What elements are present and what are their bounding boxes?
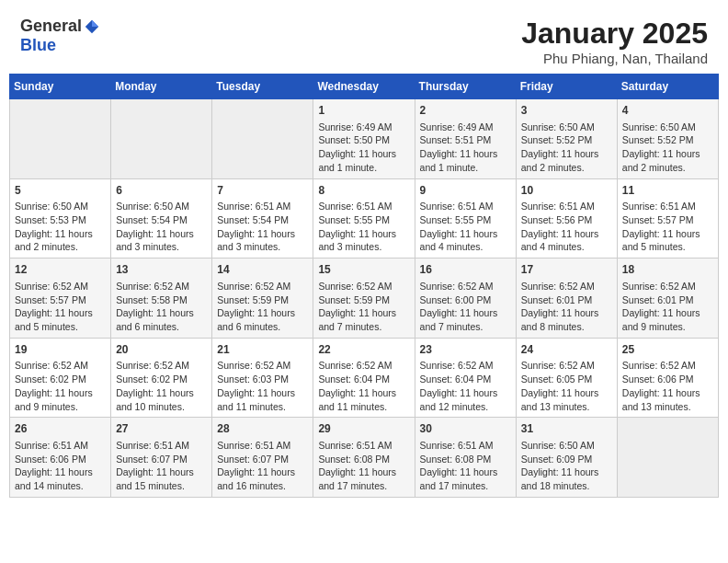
day-info: Sunrise: 6:50 AMSunset: 5:52 PMDaylight:… [521,121,612,175]
calendar-cell: 30Sunrise: 6:51 AMSunset: 6:08 PMDayligh… [415,418,516,498]
svg-marker-1 [92,19,98,26]
day-number: 5 [15,183,106,199]
calendar-cell [617,418,718,498]
logo-blue-text: Blue [20,36,56,55]
day-info: Sunrise: 6:50 AMSunset: 5:52 PMDaylight:… [622,121,713,175]
calendar-cell [111,99,212,179]
weekday-header-wednesday: Wednesday [313,75,415,99]
day-number: 27 [116,421,207,437]
weekday-header-tuesday: Tuesday [212,75,313,99]
weekday-header-saturday: Saturday [617,75,718,99]
calendar-cell: 19Sunrise: 6:52 AMSunset: 6:02 PMDayligh… [10,338,111,418]
day-number: 29 [318,421,409,437]
calendar-cell: 16Sunrise: 6:52 AMSunset: 6:00 PMDayligh… [415,259,516,339]
day-info: Sunrise: 6:52 AMSunset: 6:04 PMDaylight:… [420,359,511,413]
calendar-cell: 28Sunrise: 6:51 AMSunset: 6:07 PMDayligh… [212,418,313,498]
day-number: 11 [622,183,713,199]
day-number: 17 [521,262,612,278]
calendar-cell: 7Sunrise: 6:51 AMSunset: 5:54 PMDaylight… [212,178,313,259]
calendar-cell: 3Sunrise: 6:50 AMSunset: 5:52 PMDaylight… [516,99,617,179]
day-number: 9 [420,183,511,199]
day-info: Sunrise: 6:52 AMSunset: 6:02 PMDaylight:… [15,359,106,413]
day-info: Sunrise: 6:51 AMSunset: 6:07 PMDaylight:… [116,439,207,493]
calendar-cell: 15Sunrise: 6:52 AMSunset: 5:59 PMDayligh… [313,259,415,339]
day-number: 30 [420,421,511,437]
day-info: Sunrise: 6:52 AMSunset: 5:58 PMDaylight:… [116,280,207,334]
calendar-cell: 8Sunrise: 6:51 AMSunset: 5:55 PMDaylight… [313,178,415,259]
calendar-cell: 13Sunrise: 6:52 AMSunset: 5:58 PMDayligh… [111,259,212,339]
calendar-week-1: 1Sunrise: 6:49 AMSunset: 5:50 PMDaylight… [10,99,719,179]
page-header: General Blue January 2025 Phu Phiang, Na… [9,9,719,70]
calendar-cell: 24Sunrise: 6:52 AMSunset: 6:05 PMDayligh… [516,338,617,418]
weekday-header-sunday: Sunday [10,75,111,99]
weekday-header-friday: Friday [516,75,617,99]
calendar-cell: 27Sunrise: 6:51 AMSunset: 6:07 PMDayligh… [111,418,212,498]
calendar-cell: 26Sunrise: 6:51 AMSunset: 6:06 PMDayligh… [10,418,111,498]
calendar-cell: 22Sunrise: 6:52 AMSunset: 6:04 PMDayligh… [313,338,415,418]
calendar-cell: 4Sunrise: 6:50 AMSunset: 5:52 PMDaylight… [617,99,718,179]
day-info: Sunrise: 6:50 AMSunset: 5:54 PMDaylight:… [116,200,207,254]
calendar-cell: 6Sunrise: 6:50 AMSunset: 5:54 PMDaylight… [111,178,212,259]
day-number: 16 [420,262,511,278]
day-info: Sunrise: 6:51 AMSunset: 5:56 PMDaylight:… [521,200,612,254]
day-info: Sunrise: 6:52 AMSunset: 6:05 PMDaylight:… [521,359,612,413]
calendar-cell: 12Sunrise: 6:52 AMSunset: 5:57 PMDayligh… [10,259,111,339]
weekday-header-row: SundayMondayTuesdayWednesdayThursdayFrid… [10,75,719,99]
calendar-cell: 10Sunrise: 6:51 AMSunset: 5:56 PMDayligh… [516,178,617,259]
main-title: January 2025 [521,17,708,51]
day-number: 4 [622,103,713,119]
sub-title: Phu Phiang, Nan, Thailand [521,51,708,66]
day-number: 31 [521,421,612,437]
day-number: 23 [420,342,511,358]
day-info: Sunrise: 6:51 AMSunset: 6:06 PMDaylight:… [15,439,106,493]
day-number: 7 [217,183,308,199]
day-info: Sunrise: 6:52 AMSunset: 5:57 PMDaylight:… [15,280,106,334]
day-info: Sunrise: 6:52 AMSunset: 5:59 PMDaylight:… [217,280,308,334]
day-info: Sunrise: 6:52 AMSunset: 6:03 PMDaylight:… [217,359,308,413]
calendar-cell: 31Sunrise: 6:50 AMSunset: 6:09 PMDayligh… [516,418,617,498]
calendar-cell: 5Sunrise: 6:50 AMSunset: 5:53 PMDaylight… [10,178,111,259]
day-number: 8 [318,183,409,199]
day-number: 18 [622,262,713,278]
calendar-cell: 21Sunrise: 6:52 AMSunset: 6:03 PMDayligh… [212,338,313,418]
day-number: 20 [116,342,207,358]
day-number: 1 [318,103,409,119]
calendar-week-5: 26Sunrise: 6:51 AMSunset: 6:06 PMDayligh… [10,418,719,498]
day-info: Sunrise: 6:50 AMSunset: 6:09 PMDaylight:… [521,439,612,493]
calendar-week-3: 12Sunrise: 6:52 AMSunset: 5:57 PMDayligh… [10,259,719,339]
day-info: Sunrise: 6:49 AMSunset: 5:51 PMDaylight:… [420,121,511,175]
calendar-cell: 29Sunrise: 6:51 AMSunset: 6:08 PMDayligh… [313,418,415,498]
day-info: Sunrise: 6:50 AMSunset: 5:53 PMDaylight:… [15,200,106,254]
calendar-week-2: 5Sunrise: 6:50 AMSunset: 5:53 PMDaylight… [10,178,719,259]
day-info: Sunrise: 6:51 AMSunset: 6:08 PMDaylight:… [318,439,409,493]
calendar-cell: 23Sunrise: 6:52 AMSunset: 6:04 PMDayligh… [415,338,516,418]
day-number: 12 [15,262,106,278]
day-number: 6 [116,183,207,199]
day-number: 13 [116,262,207,278]
weekday-header-monday: Monday [111,75,212,99]
calendar-cell: 14Sunrise: 6:52 AMSunset: 5:59 PMDayligh… [212,259,313,339]
day-number: 25 [622,342,713,358]
calendar-cell: 20Sunrise: 6:52 AMSunset: 6:02 PMDayligh… [111,338,212,418]
day-number: 14 [217,262,308,278]
logo-icon [84,18,100,35]
calendar-cell [10,99,111,179]
logo-general-text: General [20,17,82,36]
calendar-cell: 25Sunrise: 6:52 AMSunset: 6:06 PMDayligh… [617,338,718,418]
day-info: Sunrise: 6:52 AMSunset: 6:01 PMDaylight:… [622,280,713,334]
weekday-header-thursday: Thursday [415,75,516,99]
calendar-cell: 2Sunrise: 6:49 AMSunset: 5:51 PMDaylight… [415,99,516,179]
day-number: 3 [521,103,612,119]
day-number: 2 [420,103,511,119]
calendar-cell: 11Sunrise: 6:51 AMSunset: 5:57 PMDayligh… [617,178,718,259]
day-number: 19 [15,342,106,358]
day-info: Sunrise: 6:52 AMSunset: 6:00 PMDaylight:… [420,280,511,334]
day-info: Sunrise: 6:52 AMSunset: 6:06 PMDaylight:… [622,359,713,413]
day-info: Sunrise: 6:51 AMSunset: 5:55 PMDaylight:… [420,200,511,254]
day-info: Sunrise: 6:52 AMSunset: 5:59 PMDaylight:… [318,280,409,334]
calendar-cell [212,99,313,179]
day-info: Sunrise: 6:52 AMSunset: 6:04 PMDaylight:… [318,359,409,413]
day-number: 21 [217,342,308,358]
day-number: 10 [521,183,612,199]
calendar-cell: 9Sunrise: 6:51 AMSunset: 5:55 PMDaylight… [415,178,516,259]
